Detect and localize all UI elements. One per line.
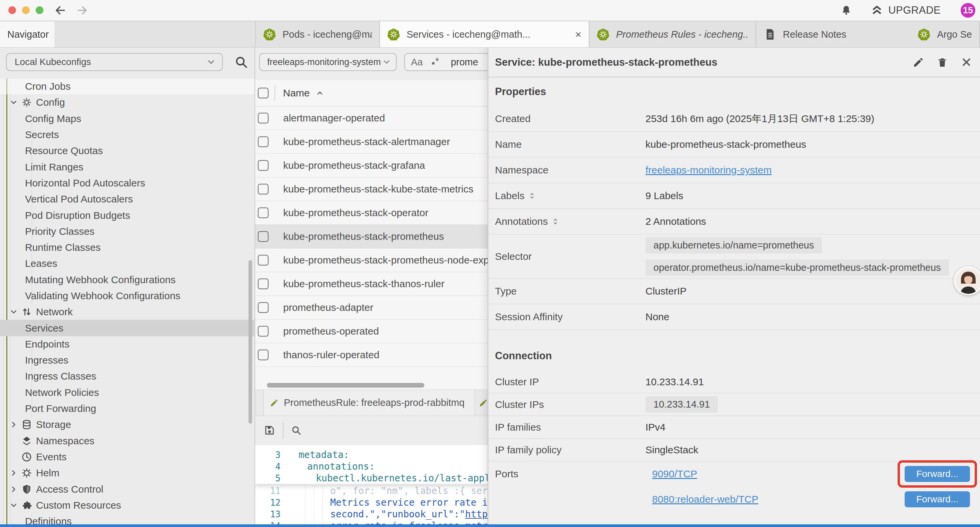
sort-toggle-icon[interactable] <box>528 191 536 200</box>
table-row[interactable]: kube-prometheus-stack-operator <box>255 201 488 225</box>
table-row[interactable]: kube-prometheus-stack-thanos-ruler <box>255 272 488 296</box>
edit-pencil-icon[interactable] <box>913 57 924 68</box>
row-checkbox[interactable] <box>258 350 269 360</box>
sidebar-item[interactable]: Resource Quotas <box>0 143 255 159</box>
tree-chevron-icon[interactable] <box>10 307 18 316</box>
detail-value: 9 Labels <box>646 190 683 201</box>
row-checkbox[interactable] <box>258 113 269 123</box>
tree-chevron-icon[interactable] <box>10 98 18 107</box>
sidebar-item[interactable]: Custom Resources <box>0 497 255 513</box>
upgrade-button[interactable]: UPGRADE <box>871 4 941 16</box>
sidebar-item[interactable]: Validating Webhook Configurations <box>0 288 255 304</box>
namespace-select[interactable]: freeleaps-monitoring-system <box>259 53 396 71</box>
workspace-tab[interactable]: Pods - icecheng@mathmas... <box>256 21 380 47</box>
tree-chevron-icon[interactable] <box>10 501 18 509</box>
sidebar-item[interactable]: Endpoints <box>0 336 255 352</box>
row-checkbox[interactable] <box>258 207 269 218</box>
row-checkbox[interactable] <box>258 279 269 289</box>
search-icon[interactable] <box>234 55 248 69</box>
workspace-tab[interactable]: Argo Se <box>910 21 980 47</box>
row-checkbox[interactable] <box>258 160 269 171</box>
tree-chevron-icon[interactable] <box>10 485 18 494</box>
user-avatar[interactable] <box>954 266 980 295</box>
match-case-toggle[interactable]: Aa <box>411 57 423 68</box>
sidebar-item[interactable]: Port Forwarding <box>0 401 255 417</box>
navigator-tab[interactable]: Navigator <box>0 21 54 47</box>
select-all-checkbox[interactable] <box>258 88 269 99</box>
row-checkbox[interactable] <box>258 137 269 147</box>
sort-ascending-icon[interactable] <box>316 89 324 97</box>
name-column-header[interactable]: Name <box>283 88 310 99</box>
close-tab-icon[interactable]: × <box>570 29 581 41</box>
row-checkbox[interactable] <box>258 231 269 242</box>
editor-search-icon[interactable] <box>291 425 302 436</box>
row-checkbox[interactable] <box>258 326 269 336</box>
row-checkbox[interactable] <box>258 255 269 266</box>
table-row[interactable]: prometheus-adapter <box>255 296 488 320</box>
minimize-window-button[interactable] <box>22 6 30 14</box>
notifications-bell-icon[interactable] <box>841 5 851 16</box>
sort-toggle-icon[interactable] <box>552 217 559 226</box>
back-icon[interactable] <box>54 4 66 16</box>
sidebar-item[interactable]: Network <box>0 304 255 320</box>
sidebar-item[interactable]: Events <box>0 449 255 465</box>
table-row[interactable]: prometheus-operated <box>255 320 488 343</box>
sidebar-item[interactable]: Vertical Pod Autoscalers <box>0 191 255 207</box>
sidebar-item[interactable]: Horizontal Pod Autoscalers <box>0 175 255 191</box>
sidebar-item[interactable]: Limit Ranges <box>0 159 255 175</box>
port-link[interactable]: 9090/TCP <box>652 468 697 480</box>
editor-tab[interactable]: PrometheusRule: freeleaps-prod-rabbitmq <box>264 390 475 416</box>
row-checkbox[interactable] <box>258 184 269 194</box>
sidebar-item[interactable]: Ingress Classes <box>0 368 255 384</box>
sidebar-item[interactable]: Pod Disruption Budgets <box>0 207 255 223</box>
sidebar-item[interactable]: Leases <box>0 255 255 272</box>
ports-list: 9090/TCP Forward... 8080:reloader-web/TC… <box>495 461 980 512</box>
table-row[interactable]: kube-prometheus-stack-prometheus-node-ex… <box>255 248 488 272</box>
sidebar-item[interactable]: Config <box>0 94 255 110</box>
sidebar-item[interactable]: Namespaces <box>0 433 255 449</box>
sidebar-item[interactable]: Runtime Classes <box>0 239 255 255</box>
sidebar-item[interactable]: Secrets <box>0 127 255 143</box>
notification-count-badge[interactable]: 15 <box>961 3 975 18</box>
row-checkbox[interactable] <box>258 302 269 313</box>
close-window-button[interactable] <box>8 6 16 14</box>
sidebar-item[interactable]: Priority Classes <box>0 223 255 239</box>
close-icon[interactable]: ✕ <box>961 56 972 69</box>
sidebar-item[interactable]: Helm <box>0 465 255 481</box>
port-link[interactable]: 8080:reloader-web/TCP <box>652 494 759 505</box>
sidebar-item[interactable]: Network Policies <box>0 385 255 401</box>
tree-chevron-icon[interactable] <box>10 469 18 477</box>
maximize-window-button[interactable] <box>36 6 43 14</box>
sidebar-item[interactable]: Access Control <box>0 481 255 497</box>
sidebar-item[interactable]: Cron Jobs <box>0 78 255 94</box>
delete-trash-icon[interactable] <box>937 57 948 68</box>
forward-button[interactable]: Forward... <box>905 491 970 507</box>
workspace-tab[interactable]: Release Notes <box>756 21 910 47</box>
table-row[interactable]: alertmanager-operated <box>255 107 488 130</box>
sidebar-item[interactable]: Ingresses <box>0 352 255 368</box>
search-input[interactable]: Aa ▪* prome <box>404 53 488 71</box>
table-row[interactable]: kube-prometheus-stack-kube-state-metrics <box>255 177 488 201</box>
table-row[interactable]: kube-prometheus-stack-prometheus <box>255 225 488 248</box>
detail-link[interactable]: freeleaps-monitoring-system <box>646 164 772 175</box>
table-row[interactable]: kube-prometheus-stack-alertmanager <box>255 130 488 154</box>
sidebar-item[interactable]: Storage <box>0 417 255 433</box>
forward-icon[interactable] <box>76 4 88 16</box>
sidebar-scrollbar[interactable] <box>248 260 252 424</box>
workspace-tab[interactable]: Prometheus Rules - icecheng... <box>589 21 756 47</box>
sidebar-item[interactable]: Mutating Webhook Configurations <box>0 272 255 288</box>
forward-button[interactable]: Forward... <box>905 466 970 482</box>
detail-row: Annotations 2 Annotations <box>488 209 980 234</box>
sidebar-item[interactable]: Services <box>0 320 255 336</box>
table-row[interactable]: thanos-ruler-operated <box>255 343 488 367</box>
editor-tab-partial[interactable] <box>479 390 488 416</box>
sidebar-item[interactable]: Config Maps <box>0 111 255 127</box>
yaml-editor[interactable]: 11 o", for: "nm", labels :{ service : 12… <box>255 445 488 527</box>
tree-chevron-icon[interactable] <box>10 420 18 429</box>
kubeconfig-select[interactable]: Local Kubeconfigs <box>6 53 223 71</box>
save-icon[interactable] <box>264 424 275 436</box>
horizontal-scrollbar[interactable] <box>267 383 424 388</box>
workspace-tab[interactable]: Services - icecheng@math... × <box>380 21 589 47</box>
table-row[interactable]: kube-prometheus-stack-grafana <box>255 154 488 177</box>
regex-toggle[interactable]: ▪* <box>431 56 439 69</box>
